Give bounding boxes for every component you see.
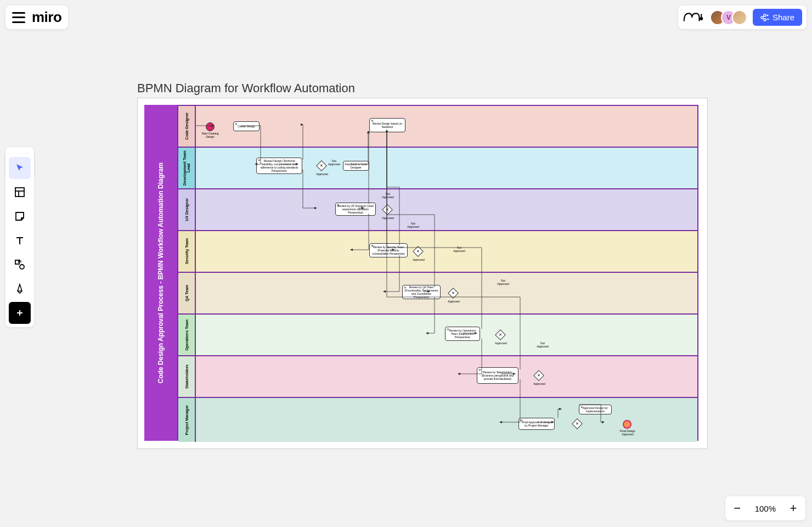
lane-stakeholders: Stakeholders ✕Review by Stakeholders (Bu… — [178, 356, 697, 398]
avatar-3[interactable] — [732, 10, 747, 25]
end-label: Final Design Approved — [618, 430, 637, 436]
pool-title: Code Design Approval Process - BPMN Work… — [144, 105, 177, 441]
start-event[interactable] — [206, 122, 215, 131]
gateway-dev[interactable] — [316, 160, 327, 171]
templates-tool[interactable] — [9, 181, 31, 203]
share-button[interactable]: Share — [753, 9, 802, 26]
svg-point-0 — [766, 14, 768, 16]
edge-not-approved-1: Not Approved — [328, 160, 341, 166]
lanes: Code Designer Start Creating Design ✕Cre… — [177, 105, 698, 441]
edge-not-approved-4: Not Approved — [495, 279, 511, 285]
task-feedback[interactable]: Feedback to Code Designer — [343, 161, 369, 171]
lane-ux: UX Designer ✕Review by UX Designer (User… — [178, 189, 697, 231]
edge-approved-5: Approved — [493, 342, 509, 345]
task-review-stake[interactable]: ✕Review by Stakeholders (Business perspe… — [477, 367, 518, 384]
edge-approved-1: Approved — [314, 173, 330, 176]
shapes-tool[interactable] — [9, 254, 31, 276]
edge-not-approved-2: Not Approved — [380, 193, 396, 199]
edge-approved-4: Approved — [446, 300, 461, 304]
music-icon[interactable] — [683, 10, 704, 25]
zoom-in-button[interactable]: + — [783, 498, 803, 518]
lane-pm: Project Manager ✕Final Approval of desig… — [178, 398, 697, 442]
task-review-dev[interactable]: ✕Review Design (Technical feasibility, c… — [256, 158, 302, 174]
task-review-ops[interactable]: ✕Review by Operations Team (Deployment P… — [445, 327, 480, 341]
lane-dev-lead: Development Team Lead ✕Review Design (Te… — [178, 148, 697, 189]
svg-point-5 — [20, 265, 24, 269]
topbar-left: miro — [5, 5, 68, 29]
menu-icon[interactable] — [12, 12, 25, 23]
sticky-tool[interactable] — [9, 205, 31, 227]
gateway-pm[interactable] — [572, 418, 583, 429]
edge-not-approved-5: Not Approved — [535, 342, 550, 348]
svg-rect-1 — [15, 188, 24, 197]
edge-not-approved-2b: Not Approved — [405, 222, 421, 228]
gateway-sec[interactable] — [413, 246, 424, 257]
edge-approved-3: Approved — [411, 259, 426, 262]
task-create-design[interactable]: ✕Create Design — [233, 121, 260, 131]
board-frame[interactable]: Code Design Approval Process - BPMN Work… — [137, 98, 708, 449]
edge-approved-2: Approved — [380, 217, 396, 220]
zoom-control: − 100% + — [725, 496, 805, 520]
logo[interactable]: miro — [32, 9, 61, 26]
zoom-level[interactable]: 100% — [749, 504, 781, 513]
lane-ops: Operations Team ✕Review by Operations Te… — [178, 315, 697, 356]
gateway-stake[interactable] — [533, 370, 544, 381]
topbar-right: V Share — [678, 5, 807, 29]
canvas-title: BPMN Diagram for Workflow Automation — [137, 81, 355, 96]
lane-security: Security Team ✕Review by Security Team (… — [178, 231, 697, 273]
lane-code-designer: Code Designer Start Creating Design ✕Cre… — [178, 106, 697, 148]
end-event[interactable] — [623, 420, 631, 429]
text-tool[interactable] — [9, 229, 31, 251]
gateway-qa[interactable] — [448, 288, 459, 299]
edge-approved-6: Approved — [532, 383, 547, 386]
gateway-ux[interactable] — [382, 204, 393, 215]
toolbar — [5, 154, 34, 327]
select-tool[interactable] — [9, 157, 31, 179]
task-final-approval[interactable]: ✕Final Approval of design by Project Man… — [518, 418, 555, 430]
pen-tool[interactable] — [9, 278, 31, 300]
zoom-out-button[interactable]: − — [728, 498, 747, 518]
gateway-ops[interactable] — [495, 329, 506, 340]
edge-not-approved-3: Not Approved — [452, 246, 467, 253]
task-review-ux[interactable]: ✕Review by UX Designer (User experience … — [335, 203, 376, 216]
bpmn-diagram: Code Design Approval Process - BPMN Work… — [144, 105, 701, 442]
lane-qa: QA Team ✕Review by QA Team (Functionalit… — [178, 273, 697, 315]
task-revise-design[interactable]: ✕Revise Design based on feedback — [369, 118, 405, 132]
avatars[interactable]: V — [710, 10, 747, 25]
start-label: Start Creating Design — [201, 132, 219, 138]
more-tool[interactable] — [9, 302, 31, 324]
task-approved-design[interactable]: ✕Approved Design for implementation — [579, 405, 612, 414]
task-review-qa[interactable]: ✕Review by QA Team (Functionality, Perfo… — [402, 285, 441, 299]
share-label: Share — [772, 13, 794, 22]
task-review-sec[interactable]: ✕Review by Security Team (Potential secu… — [369, 243, 408, 257]
